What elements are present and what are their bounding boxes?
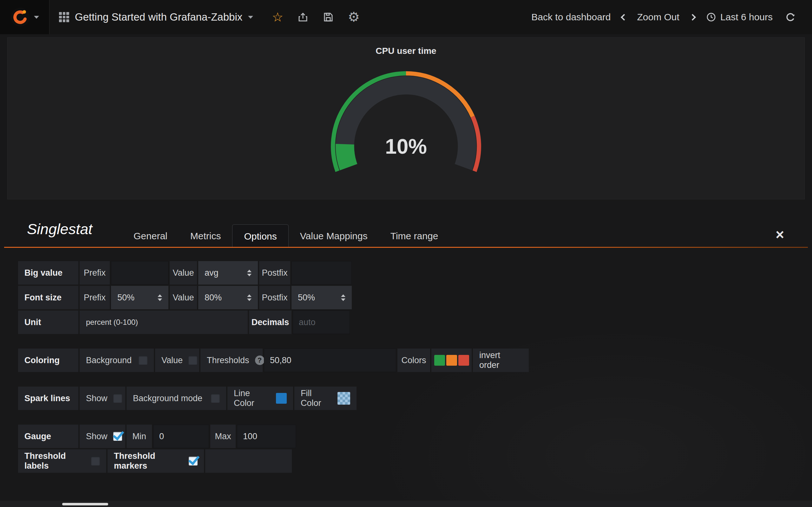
tab-general[interactable]: General <box>122 224 179 248</box>
font-size-prefix-value: 50% <box>117 293 135 302</box>
sparklines-group: Spark lines Show Background mode Line Co… <box>18 387 529 410</box>
threshold-color-2-swatch[interactable] <box>446 355 457 366</box>
sparklines-show-cell: Show <box>80 387 125 410</box>
threshold-color-3-swatch[interactable] <box>458 355 469 366</box>
threshold-color-1-swatch[interactable] <box>434 355 445 366</box>
line-color-swatch[interactable] <box>276 393 287 404</box>
panel-type-title: Singlestat <box>27 220 92 238</box>
big-value-prefix-label: Prefix <box>80 261 110 285</box>
chevron-updown-icon <box>158 294 162 301</box>
grafana-app: Getting Started with Grafana-Zabbix ☆ ⚙ <box>0 0 812 507</box>
refresh-icon <box>785 11 796 23</box>
time-shift-right-button[interactable] <box>689 14 696 20</box>
fill-color-swatch[interactable] <box>338 392 350 405</box>
grafana-logo-icon <box>10 7 30 27</box>
sparklines-row: Spark lines Show Background mode Line Co… <box>18 387 529 410</box>
dashboard-title: Getting Started with Grafana-Zabbix <box>75 11 242 23</box>
background-checkbox[interactable] <box>139 356 148 365</box>
font-size-value-label: Value <box>170 286 197 309</box>
settings-button[interactable]: ⚙ <box>343 0 364 34</box>
horizontal-scrollbar-thumb[interactable] <box>62 503 108 505</box>
threshold-labels-cell: Threshold labels <box>18 449 106 473</box>
tab-time-range[interactable]: Time range <box>379 224 450 248</box>
thresholds-input[interactable] <box>264 349 396 372</box>
background-mode-label: Background mode <box>133 394 202 403</box>
gauge-show-checkbox[interactable] <box>113 432 122 441</box>
help-icon[interactable]: ? <box>255 355 264 365</box>
options-form: Big value Prefix Value avg Postfix Font … <box>18 261 529 487</box>
dashboard-picker-button[interactable]: Getting Started with Grafana-Zabbix <box>49 0 263 34</box>
threshold-markers-label: Threshold markers <box>114 451 183 471</box>
refresh-button[interactable] <box>783 8 798 26</box>
time-range-button[interactable]: Last 6 hours <box>706 12 773 22</box>
coloring-group: Coloring Background Value Thresholds ? <box>18 349 529 372</box>
coloring-background-cell: Background <box>80 349 154 372</box>
chevron-updown-icon <box>247 270 252 276</box>
tab-metrics[interactable]: Metrics <box>179 224 233 248</box>
top-navbar: Getting Started with Grafana-Zabbix ☆ ⚙ <box>0 0 812 34</box>
big-value-prefix-input[interactable] <box>111 261 168 285</box>
unit-row: Unit percent (0-100) Decimals <box>18 311 529 334</box>
big-value-label: Big value <box>18 261 78 285</box>
gauge-label: Gauge <box>18 425 78 448</box>
title-caret-icon <box>248 16 253 19</box>
background-mode-checkbox[interactable] <box>211 394 220 403</box>
save-icon <box>322 11 334 23</box>
time-range-label: Last 6 hours <box>720 12 773 22</box>
panel-editor: Singlestat General Metrics Options Value… <box>0 199 812 507</box>
coloring-value-label: Value <box>161 355 183 365</box>
unit-picker[interactable]: percent (0-100) <box>80 311 248 334</box>
background-mode-cell: Background mode <box>126 387 226 410</box>
decimals-input[interactable] <box>293 311 350 334</box>
singlestat-panel[interactable]: CPU user time 10% <box>7 38 805 199</box>
font-size-value-value: 80% <box>205 293 222 302</box>
threshold-labels-checkbox[interactable] <box>91 457 100 465</box>
font-size-prefix-label: Prefix <box>80 286 110 309</box>
unit-value: percent (0-100) <box>86 318 138 327</box>
grafana-menu-button[interactable] <box>0 0 49 34</box>
dashboard-grid-icon <box>59 12 69 22</box>
gauge-show-label: Show <box>86 432 107 441</box>
big-value-row: Big value Prefix Value avg Postfix <box>18 261 529 285</box>
close-editor-button[interactable]: × <box>775 227 784 242</box>
coloring-value-cell: Value <box>155 349 199 372</box>
gauge-min-input[interactable] <box>153 425 209 448</box>
editor-tabs: General Metrics Options Value Mappings T… <box>122 224 450 248</box>
chevron-updown-icon <box>341 294 345 301</box>
thresholds-cell: Thresholds ? <box>200 349 263 372</box>
big-value-postfix-input[interactable] <box>292 261 352 285</box>
time-shift-left-button[interactable] <box>620 14 627 20</box>
navbar-right: Back to dashboard Zoom Out Last 6 hours <box>531 8 812 26</box>
sparklines-label: Spark lines <box>18 387 78 410</box>
font-size-prefix-select[interactable]: 50% <box>111 286 168 309</box>
font-size-postfix-select[interactable]: 50% <box>292 286 352 309</box>
thresholds-label: Thresholds <box>207 355 249 365</box>
coloring-background-label: Background <box>86 355 132 365</box>
sparklines-show-label: Show <box>86 394 107 403</box>
line-color-label: Line Color <box>234 389 270 408</box>
font-size-value-select[interactable]: 80% <box>198 286 258 309</box>
star-icon: ☆ <box>272 11 283 23</box>
logo-caret-icon <box>34 16 39 19</box>
gauge-max-label: Max <box>210 425 236 448</box>
value-checkbox[interactable] <box>189 356 197 365</box>
gauge-value: 10% <box>327 134 485 158</box>
tab-options[interactable]: Options <box>232 224 288 248</box>
editor-header: Singlestat General Metrics Options Value… <box>0 199 812 248</box>
share-button[interactable] <box>293 0 313 34</box>
gauge-row: Gauge Show Min Max <box>18 425 529 448</box>
navbar-actions: ☆ ⚙ <box>267 0 364 34</box>
chevron-updown-icon <box>247 294 252 301</box>
threshold-markers-checkbox[interactable] <box>189 457 198 465</box>
tab-value-mappings[interactable]: Value Mappings <box>289 224 379 248</box>
big-value-stat-select[interactable]: avg <box>198 261 258 285</box>
gauge-max-input[interactable] <box>237 425 296 448</box>
save-button[interactable] <box>318 0 339 34</box>
zoom-out-button[interactable]: Zoom Out <box>637 12 679 22</box>
back-to-dashboard-button[interactable]: Back to dashboard <box>531 12 611 22</box>
invert-order-button[interactable]: invert order <box>473 349 529 372</box>
gauge-svg <box>327 69 485 181</box>
stat-select-value: avg <box>205 268 218 278</box>
star-button[interactable]: ☆ <box>267 0 288 34</box>
sparklines-show-checkbox[interactable] <box>113 394 122 403</box>
